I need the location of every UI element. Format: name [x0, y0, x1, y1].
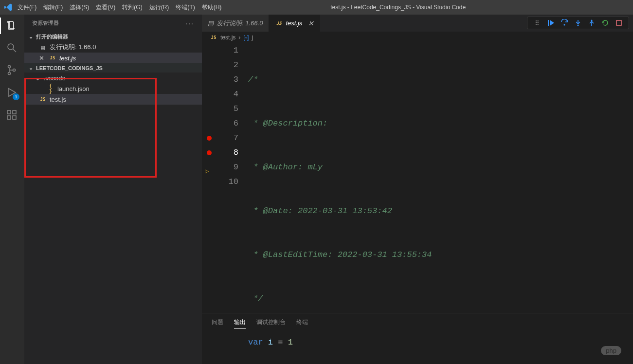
document-icon: ▤: [39, 44, 47, 51]
file-launch-label: launch.json: [57, 85, 90, 92]
chevron-right-icon: ›: [238, 34, 240, 41]
code-line: */: [248, 294, 263, 303]
document-icon: ▤: [208, 19, 214, 27]
code-line: * @Description:: [248, 119, 332, 128]
line-number: 5: [234, 104, 238, 113]
js-file-icon: JS: [275, 21, 283, 26]
code-line: /*: [248, 75, 258, 84]
continue-icon[interactable]: [546, 18, 556, 28]
code-editor[interactable]: 1 2 3 4 5 6 7 8 ▷9 10 /* * @Description:…: [202, 43, 633, 313]
line-number: 3: [234, 75, 238, 84]
code-line: * @Date: 2022-03-31 13:53:42: [248, 206, 392, 216]
menu-terminal[interactable]: 终端(T): [176, 3, 195, 12]
svg-point-13: [577, 24, 579, 26]
file-test-js[interactable]: JS test.js: [24, 94, 202, 105]
open-editor-release-label: 发行说明: 1.66.0: [50, 43, 96, 52]
step-out-icon[interactable]: [587, 18, 597, 28]
step-into-icon[interactable]: [573, 18, 583, 28]
step-over-icon[interactable]: [560, 18, 569, 28]
vscode-logo-icon: [4, 3, 13, 12]
line-number: 10: [229, 177, 238, 186]
main-menu: 文件(F) 编辑(E) 选择(S) 查看(V) 转到(G) 运行(R) 终端(T…: [18, 3, 221, 12]
search-icon[interactable]: [6, 42, 18, 55]
close-icon[interactable]: ✕: [308, 19, 314, 27]
line-number: 1: [234, 46, 238, 55]
debug-icon[interactable]: 1: [6, 87, 18, 99]
open-editors-label: 打开的编辑器: [36, 33, 68, 40]
svg-rect-8: [13, 116, 16, 119]
line-number: 2: [234, 60, 238, 70]
explorer-more-icon[interactable]: ···: [185, 19, 194, 27]
js-file-icon: JS: [210, 35, 217, 40]
svg-point-11: [563, 24, 565, 25]
line-gutter: 1 2 3 4 5 6 7 8 ▷9 10: [202, 43, 248, 313]
stop-icon[interactable]: [614, 18, 624, 28]
svg-rect-7: [7, 116, 11, 119]
drag-handle-icon[interactable]: ⠿: [532, 18, 542, 28]
svg-point-4: [13, 69, 16, 72]
explorer-sidebar: 资源管理器 ··· ⌄ 打开的编辑器 ▤ 发行说明: 1.66.0 ✕ JS t…: [24, 15, 202, 364]
panel-tab-problems[interactable]: 问题: [212, 316, 223, 329]
menu-view[interactable]: 查看(V): [96, 3, 115, 12]
tab-test-js[interactable]: JS test.js ✕: [269, 15, 320, 32]
project-section[interactable]: ⌄ LEETCODE_CODINGS_JS: [24, 63, 202, 73]
project-label: LEETCODE_CODINGS_JS: [36, 65, 103, 71]
panel-tab-output[interactable]: 输出: [234, 316, 246, 329]
breadcrumb[interactable]: JS test.js › [◦] j: [202, 32, 633, 43]
file-launch-json[interactable]: { } launch.json: [24, 83, 202, 94]
svg-point-15: [591, 19, 592, 21]
svg-rect-10: [548, 20, 549, 26]
code-line: var i = 1: [248, 335, 633, 350]
explorer-icon[interactable]: [6, 19, 18, 32]
editor-area: ▤ 发行说明: 1.66.0 JS test.js ✕ ⠿: [202, 15, 633, 364]
tab-test-label: test.js: [286, 19, 302, 27]
chevron-down-icon: ⌄: [34, 74, 41, 82]
breadcrumb-symbol[interactable]: j: [252, 34, 253, 41]
open-editor-release-notes[interactable]: ▤ 发行说明: 1.66.0: [24, 42, 202, 53]
folder-vscode-label: .vscode: [44, 74, 66, 82]
open-editor-testjs-label: test.js: [59, 55, 76, 62]
breakpoint-icon[interactable]: [207, 150, 212, 155]
menu-run[interactable]: 运行(R): [149, 3, 169, 12]
js-file-icon: JS: [39, 97, 47, 102]
tab-release-notes[interactable]: ▤ 发行说明: 1.66.0: [202, 15, 269, 32]
line-number: 9: [234, 163, 238, 172]
tab-release-label: 发行说明: 1.66.0: [217, 19, 263, 28]
menu-go[interactable]: 转到(G): [122, 3, 142, 12]
svg-point-3: [8, 73, 11, 75]
explorer-title: 资源管理器: [32, 19, 59, 27]
restart-icon[interactable]: [600, 18, 610, 28]
menu-select[interactable]: 选择(S): [70, 3, 89, 12]
source-control-icon[interactable]: [6, 64, 18, 77]
open-editor-testjs[interactable]: ✕ JS test.js: [24, 53, 202, 63]
svg-rect-6: [7, 110, 11, 114]
breakpoint-icon[interactable]: [207, 136, 212, 141]
menu-edit[interactable]: 编辑(E): [43, 3, 63, 12]
line-number: 4: [234, 90, 238, 99]
line-number-active: 8: [234, 148, 238, 157]
extensions-icon[interactable]: [6, 109, 18, 122]
chevron-down-icon: ⌄: [27, 34, 34, 40]
symbol-variable-icon: [◦]: [243, 34, 249, 41]
open-editors-section[interactable]: ⌄ 打开的编辑器: [24, 32, 202, 42]
debug-toolbar[interactable]: ⠿: [527, 17, 629, 29]
line-number: 6: [234, 119, 238, 128]
svg-line-1: [13, 49, 16, 52]
code-content[interactable]: /* * @Description: * @Author: mLy * @Dat…: [248, 43, 633, 313]
watermark: php: [601, 346, 621, 355]
window-title: test.js - LeetCode_Codings_JS - Visual S…: [221, 4, 633, 11]
menu-file[interactable]: 文件(F): [18, 3, 36, 12]
folder-vscode[interactable]: ⌄ .vscode: [24, 73, 202, 83]
chevron-down-icon: ⌄: [27, 65, 34, 71]
svg-point-5: [8, 88, 9, 89]
editor-tabs: ▤ 发行说明: 1.66.0 JS test.js ✕ ⠿: [202, 15, 633, 32]
code-line: * @LastEditTime: 2022-03-31 13:55:34: [248, 250, 432, 259]
code-line: * @Author: mLy: [248, 163, 323, 172]
svg-point-2: [8, 66, 11, 68]
debug-badge: 1: [13, 93, 19, 100]
json-file-icon: { }: [47, 83, 54, 94]
close-icon[interactable]: ✕: [39, 55, 46, 62]
line-number: 7: [234, 133, 238, 143]
menu-help[interactable]: 帮助(H): [202, 3, 222, 12]
breadcrumb-file[interactable]: test.js: [220, 34, 235, 41]
